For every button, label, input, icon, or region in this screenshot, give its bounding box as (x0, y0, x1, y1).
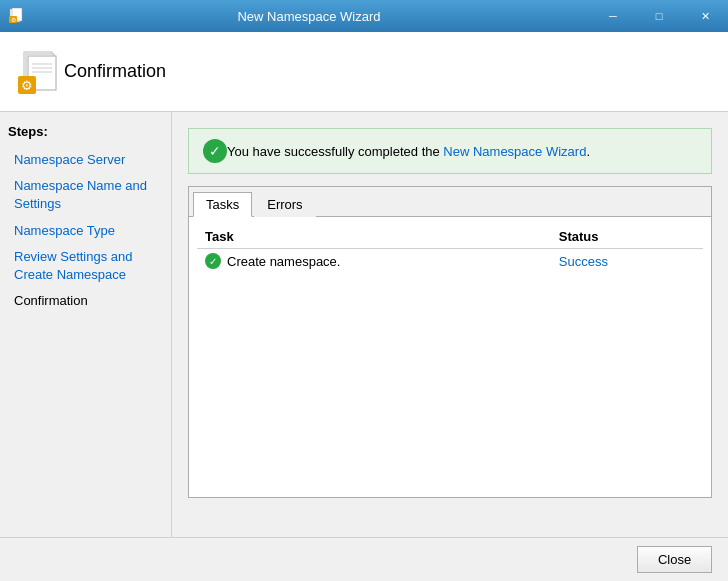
window-controls: ─ □ ✕ (590, 0, 728, 32)
content-area: Steps: Namespace Server Namespace Name a… (0, 112, 728, 537)
header-area: ⚙ Confirmation (0, 32, 728, 112)
success-message: You have successfully completed the New … (227, 144, 590, 159)
col-header-status: Status (551, 225, 703, 249)
row-check-icon: ✓ (205, 253, 221, 269)
success-banner: ✓ You have successfully completed the Ne… (188, 128, 712, 174)
task-name: Create namespace. (227, 254, 340, 269)
status-value: Success (559, 254, 608, 269)
footer-area: Close (0, 537, 728, 581)
svg-text:⚙: ⚙ (11, 17, 16, 23)
titlebar: ⚙ New Namespace Wizard ─ □ ✕ (0, 0, 728, 32)
window-title: New Namespace Wizard (28, 9, 590, 24)
sidebar: Steps: Namespace Server Namespace Name a… (0, 112, 172, 537)
sidebar-item-namespace-name[interactable]: Namespace Name and Settings (8, 173, 163, 217)
task-table: Task Status ✓ Create namespace. (197, 225, 703, 273)
tab-errors[interactable]: Errors (254, 192, 315, 217)
sidebar-item-review-settings[interactable]: Review Settings and Create Namespace (8, 244, 163, 288)
status-cell: Success (551, 249, 703, 274)
success-check-icon: ✓ (203, 139, 227, 163)
tabs-container: Tasks Errors Task Status (188, 186, 712, 498)
steps-label: Steps: (8, 124, 163, 139)
tabs-header: Tasks Errors (189, 187, 711, 217)
sidebar-item-namespace-server[interactable]: Namespace Server (8, 147, 163, 173)
minimize-button[interactable]: ─ (590, 0, 636, 32)
maximize-button[interactable]: □ (636, 0, 682, 32)
wizard-link[interactable]: New Namespace Wizard (443, 144, 586, 159)
sidebar-item-confirmation[interactable]: Confirmation (8, 288, 163, 314)
main-panel: ✓ You have successfully completed the Ne… (172, 112, 728, 537)
window-body: ⚙ Confirmation Steps: Namespace Server N… (0, 32, 728, 581)
page-title: Confirmation (64, 61, 166, 82)
wizard-icon: ⚙ (16, 48, 64, 96)
svg-text:⚙: ⚙ (21, 78, 33, 93)
table-row: ✓ Create namespace. Success (197, 249, 703, 274)
close-window-button[interactable]: ✕ (682, 0, 728, 32)
sidebar-item-namespace-type[interactable]: Namespace Type (8, 218, 163, 244)
task-table-wrapper: Task Status ✓ Create namespace. (189, 217, 711, 497)
close-button[interactable]: Close (637, 546, 712, 573)
col-header-task: Task (197, 225, 551, 249)
task-cell: ✓ Create namespace. (197, 249, 551, 274)
tab-tasks[interactable]: Tasks (193, 192, 252, 217)
app-icon: ⚙ (8, 8, 24, 24)
